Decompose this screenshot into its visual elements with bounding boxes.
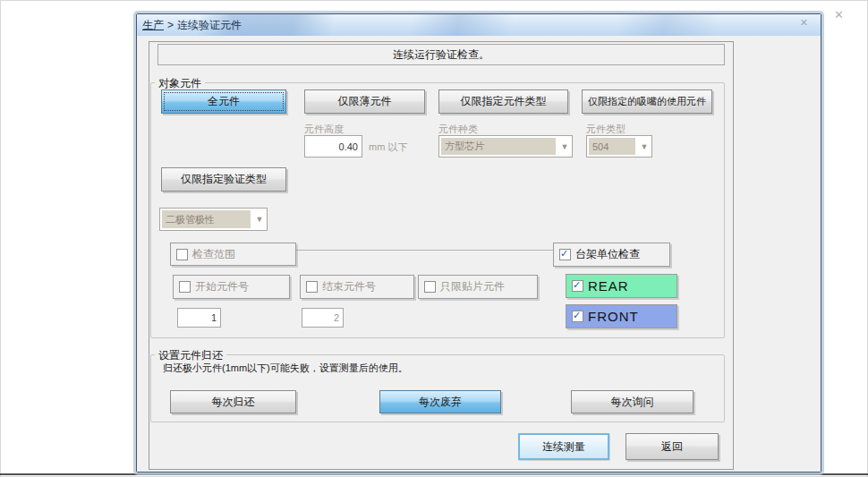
breadcrumb-separator: > <box>167 19 174 31</box>
all-components-button[interactable]: 全元件 <box>161 89 286 114</box>
diode-polarity-dropdown[interactable]: 二极管极性 ▼ <box>159 208 268 231</box>
checkbox-unchecked[interactable] <box>424 281 436 293</box>
specified-nozzle-only-button[interactable]: 仅限指定的吸嘴的使用元件 <box>582 89 712 114</box>
start-component-no-checkbox[interactable]: 开始元件号 <box>173 275 290 299</box>
component-kind-dropdown[interactable]: 方型芯片 ▼ <box>438 135 573 158</box>
outer-close-icon[interactable]: ✕ <box>834 8 844 21</box>
breadcrumb-root[interactable]: 生产 <box>142 19 164 31</box>
ask-each-time-button[interactable]: 每次询问 <box>571 390 694 413</box>
checkbox-unchecked[interactable] <box>306 281 318 293</box>
checkbox-checked[interactable]: ✓ <box>572 280 583 292</box>
back-button[interactable]: 返回 <box>625 433 719 460</box>
check-range-checkbox[interactable]: 检查范围 <box>170 243 296 266</box>
header-message: 连续运行验证检查。 <box>157 44 725 65</box>
window-title: 连续验证元件 <box>177 19 242 31</box>
dialog-window: 生产>连续验证元件 ✕ 连续运行验证检查。 对象元件 全元件 仅限薄元件 仅限指… <box>136 13 821 473</box>
end-component-no-input[interactable] <box>302 308 344 328</box>
specified-verify-type-button[interactable]: 仅限指定验证类型 <box>161 167 286 192</box>
end-component-no-checkbox[interactable]: 结束元件号 <box>300 275 414 299</box>
chevron-down-icon: ▼ <box>637 136 651 157</box>
continuous-measure-button[interactable]: 连续测量 <box>518 433 609 460</box>
return-each-time-button[interactable]: 每次归还 <box>170 390 296 413</box>
bottom-divider <box>0 473 868 475</box>
component-type-label: 元件类型 <box>586 123 625 136</box>
breadcrumb: 生产>连续验证元件 <box>137 18 242 33</box>
checkmark-icon: ✓ <box>560 248 568 260</box>
checkbox-unchecked[interactable] <box>179 281 191 293</box>
checkmark-icon: ✓ <box>573 279 582 291</box>
chevron-down-icon: ▼ <box>252 209 267 230</box>
chip-only-checkbox[interactable]: 只限贴片元件 <box>418 275 538 299</box>
component-height-label: 元件高度 <box>304 123 344 136</box>
component-type-dropdown[interactable]: 504 ▼ <box>586 135 652 158</box>
close-icon[interactable]: ✕ <box>800 17 808 29</box>
stage-unit-check-checkbox[interactable]: ✓ 台架单位检查 <box>553 243 670 267</box>
chevron-down-icon: ▼ <box>557 136 572 157</box>
component-kind-label: 元件种类 <box>438 123 478 136</box>
rear-stage-checkbox[interactable]: ✓ REAR <box>566 274 677 298</box>
checkmark-icon: ✓ <box>573 310 582 321</box>
checkbox-unchecked[interactable] <box>176 249 188 260</box>
start-component-no-input[interactable] <box>177 308 221 328</box>
window-titlebar: 生产>连续验证元件 ✕ <box>137 14 821 37</box>
front-stage-checkbox[interactable]: ✓ FRONT <box>566 304 677 328</box>
discard-each-time-button[interactable]: 每次废弃 <box>379 390 501 413</box>
checkbox-checked[interactable]: ✓ <box>572 311 583 322</box>
return-note-text: 归还极小元件(1mm以下)可能失败，设置测量后的使用。 <box>163 362 408 375</box>
thin-only-button[interactable]: 仅限薄元件 <box>304 89 425 114</box>
specified-type-only-button[interactable]: 仅限指定元件类型 <box>438 89 568 114</box>
height-unit-label: mm 以下 <box>369 141 407 154</box>
range-connector-line <box>296 250 553 251</box>
checkbox-checked[interactable]: ✓ <box>559 249 571 260</box>
component-height-input[interactable] <box>304 135 362 158</box>
